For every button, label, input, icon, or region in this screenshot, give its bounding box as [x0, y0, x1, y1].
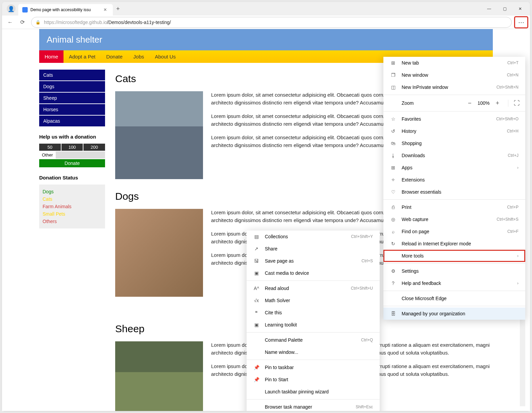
- tab-close-icon[interactable]: ×: [102, 7, 109, 13]
- menu-icon: 📌: [253, 365, 259, 370]
- shortcut-label: Ctrl+Shift+U: [351, 286, 373, 291]
- sidebar-item-alpacas[interactable]: Alpacas: [39, 116, 105, 126]
- menu-icon: ⌕: [390, 229, 396, 234]
- donate-submit-button[interactable]: Donate: [39, 159, 105, 167]
- menu-item-cite-this[interactable]: ❝Cite this: [247, 307, 380, 319]
- donate-other-label: Other: [39, 151, 56, 159]
- back-button[interactable]: ←: [4, 16, 16, 28]
- status-item: Cats: [43, 195, 102, 203]
- sidebar-item-horses[interactable]: Horses: [39, 104, 105, 115]
- donation-status-box: DogsCatsFarm AnimalsSmall PetsOthers: [39, 185, 105, 228]
- lock-icon: 🔒: [35, 20, 41, 25]
- menu-item-managed-by-your-organization[interactable]: 🗄Managed by your organization: [383, 308, 525, 320]
- menu-icon: √x: [253, 298, 259, 303]
- menu-icon: ❐: [390, 72, 396, 78]
- menu-icon: 🖫: [253, 258, 259, 264]
- browser-window: 👤 Demo page with accessibility issu × + …: [2, 2, 530, 411]
- donate-amount-button[interactable]: 50: [39, 144, 61, 151]
- menu-separator: [383, 95, 525, 95]
- donate-other-input[interactable]: [56, 151, 105, 159]
- minimize-button[interactable]: —: [481, 3, 497, 14]
- donate-other-row: Other: [39, 151, 105, 159]
- menu-item-read-aloud[interactable]: AᴬRead aloudCtrl+Shift+U: [247, 282, 380, 294]
- favicon-icon: [22, 7, 28, 13]
- menu-separator: [383, 263, 525, 264]
- menu-item-browser-task-manager[interactable]: Browser task managerShift+Esc: [247, 401, 380, 411]
- browser-tab[interactable]: Demo page with accessibility issu ×: [18, 4, 113, 16]
- menu-item-new-tab[interactable]: ⊞New tabCtrl+T: [383, 57, 525, 69]
- menu-item-save-page-as[interactable]: 🖫Save page asCtrl+S: [247, 255, 380, 267]
- settings-menu-button[interactable]: ⋯: [514, 17, 528, 28]
- sidebar-item-sheep[interactable]: Sheep: [39, 93, 105, 103]
- animal-image: [115, 91, 203, 179]
- menu-item-pin-to-taskbar[interactable]: 📌Pin to taskbar: [247, 361, 380, 373]
- viewport: Animal shelter HomeAdopt a PetDonateJobs…: [2, 29, 530, 411]
- menu-item-favorites[interactable]: ☆FavoritesCtrl+Shift+O: [383, 113, 525, 125]
- menu-item-help-and-feedback[interactable]: ?Help and feedback›: [383, 277, 525, 289]
- sidebar-item-dogs[interactable]: Dogs: [39, 81, 105, 92]
- menu-item-pin-to-start[interactable]: 📌Pin to Start: [247, 373, 380, 386]
- menu-separator: [247, 399, 380, 399]
- menu-item-history[interactable]: ↺HistoryCtrl+H: [383, 125, 525, 137]
- menu-item-find-on-page[interactable]: ⌕Find on pageCtrl+F: [383, 225, 525, 238]
- close-window-button[interactable]: ✕: [512, 3, 528, 14]
- menu-item-name-window-[interactable]: Name window...: [247, 346, 380, 358]
- zoom-out-button[interactable]: −: [468, 100, 472, 107]
- menu-item-browser-essentials[interactable]: ♡Browser essentials: [383, 186, 525, 198]
- menu-separator: [247, 332, 380, 333]
- menu-item-apps[interactable]: ⊞Apps›: [383, 162, 525, 174]
- nav-item-about-us[interactable]: About Us: [149, 50, 181, 63]
- menu-item-shopping[interactable]: 🛍Shopping: [383, 137, 525, 149]
- refresh-button[interactable]: ⟳: [16, 16, 28, 28]
- tab-title: Demo page with accessibility issu: [30, 7, 91, 12]
- nav-item-adopt-a-pet[interactable]: Adopt a Pet: [64, 50, 101, 63]
- menu-item-launch-taskbar-pinning-wizard[interactable]: Launch taskbar pinning wizard: [247, 386, 380, 398]
- menu-icon: ?: [390, 281, 396, 286]
- shortcut-label: Ctrl+Shift+Y: [351, 234, 373, 239]
- menu-icon: 🗄: [390, 311, 396, 316]
- donate-amount-button[interactable]: 200: [83, 144, 105, 151]
- page-title: Animal shelter: [39, 29, 493, 50]
- menu-item-cast-media-to-device[interactable]: ▣Cast media to device: [247, 267, 380, 279]
- menu-item-more-tools[interactable]: More tools›: [383, 250, 525, 262]
- status-item: Dogs: [43, 188, 102, 195]
- status-item: Farm Animals: [43, 203, 102, 210]
- maximize-button[interactable]: ▢: [497, 3, 512, 14]
- menu-item-new-inprivate-window[interactable]: ◫New InPrivate windowCtrl+Shift+N: [383, 81, 525, 93]
- chevron-right-icon: ›: [517, 281, 518, 286]
- shortcut-label: Ctrl+H: [507, 129, 518, 133]
- fullscreen-button[interactable]: ⛶: [508, 100, 520, 107]
- menu-item-extensions[interactable]: ✧Extensions: [383, 174, 525, 186]
- menu-icon: ▤: [253, 234, 259, 239]
- menu-item-new-window[interactable]: ❐New windowCtrl+N: [383, 69, 525, 81]
- menu-item-command-palette[interactable]: Command PaletteCtrl+Q: [247, 334, 380, 346]
- zoom-in-button[interactable]: +: [496, 100, 499, 107]
- nav-item-donate[interactable]: Donate: [101, 50, 128, 63]
- menu-item-math-solver[interactable]: √xMath Solver: [247, 294, 380, 307]
- sidebar-item-cats[interactable]: Cats: [39, 70, 105, 80]
- menu-item-learning-toolkit[interactable]: ▣Learning toolkit: [247, 319, 380, 331]
- menu-item-share[interactable]: ↗Share: [247, 243, 380, 255]
- new-tab-button[interactable]: +: [113, 5, 123, 13]
- menu-icon: ◎: [390, 217, 396, 222]
- url-host: https://microsoftedge.github.io: [44, 20, 107, 25]
- status-item: Others: [43, 218, 102, 225]
- shortcut-label: Ctrl+Shift+S: [497, 217, 518, 222]
- menu-item-settings[interactable]: ⚙Settings: [383, 265, 525, 277]
- menu-item-close-microsoft-edge[interactable]: Close Microsoft Edge: [383, 292, 525, 305]
- menu-separator: [383, 111, 525, 112]
- profile-avatar[interactable]: 👤: [7, 4, 16, 13]
- nav-item-jobs[interactable]: Jobs: [128, 50, 150, 63]
- zoom-value: 100%: [478, 100, 490, 106]
- menu-icon: ⊞: [390, 165, 396, 170]
- menu-item-print[interactable]: ⎙PrintCtrl+P: [383, 201, 525, 213]
- address-bar[interactable]: 🔒 https://microsoftedge.github.io/Demos/…: [31, 17, 512, 28]
- menu-item-collections[interactable]: ▤CollectionsCtrl+Shift+Y: [247, 230, 380, 243]
- menu-item-web-capture[interactable]: ◎Web captureCtrl+Shift+S: [383, 213, 525, 225]
- menu-item-downloads[interactable]: ⭳DownloadsCtrl+J: [383, 149, 525, 162]
- menu-item-reload-in-internet-explorer-mode[interactable]: ↻Reload in Internet Explorer mode: [383, 238, 525, 250]
- menu-icon: ◫: [390, 84, 396, 90]
- nav-item-home[interactable]: Home: [39, 50, 64, 63]
- shortcut-label: Ctrl+F: [507, 229, 518, 234]
- donate-amount-button[interactable]: 100: [61, 144, 83, 151]
